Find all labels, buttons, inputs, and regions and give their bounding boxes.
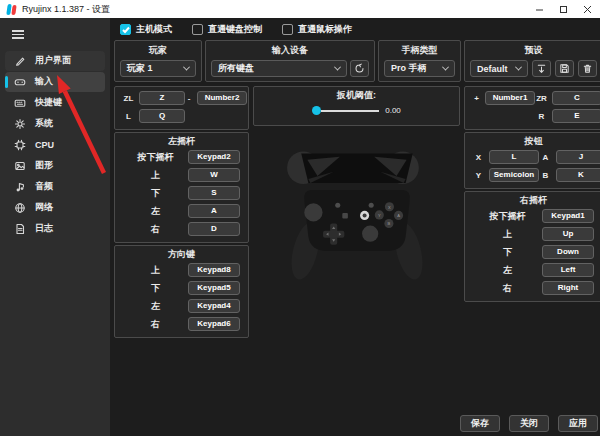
mouse-passthrough-checkbox[interactable]: 直通鼠标操作: [282, 23, 352, 36]
left-label: 左: [473, 264, 542, 277]
input-device-select-value: 所有键盘: [218, 62, 254, 75]
minimize-button[interactable]: [534, 4, 544, 14]
zl-binding-button[interactable]: Z: [139, 91, 185, 105]
trash-icon: [582, 63, 593, 74]
right-stick-left-binding[interactable]: Left: [542, 263, 594, 277]
delete-profile-button[interactable]: [578, 60, 597, 77]
r-label: R: [535, 112, 548, 121]
sidebar-item-network[interactable]: 网络: [5, 198, 105, 218]
plus-binding-button[interactable]: Number1: [485, 91, 535, 105]
b-binding-button[interactable]: K: [556, 168, 600, 182]
right-shoulder-box: + Number1 ZR C R E: [464, 86, 600, 130]
sidebar-item-label: 用户界面: [35, 54, 71, 67]
left-stick-press-binding[interactable]: Keypad2: [188, 150, 240, 164]
sidebar-item-user-interface[interactable]: 用户界面: [5, 51, 105, 71]
sidebar-item-cpu[interactable]: CPU: [5, 135, 105, 155]
r-binding-button[interactable]: E: [552, 109, 600, 123]
player-select[interactable]: 玩家 1: [120, 60, 196, 77]
trigger-threshold-box: 扳机阈值: 0.00: [253, 86, 460, 126]
slider-track[interactable]: [321, 110, 379, 112]
chevron-down-icon: [183, 64, 190, 71]
left-stick-down-binding[interactable]: S: [188, 186, 240, 200]
zr-binding-button[interactable]: C: [552, 91, 600, 105]
footer-actions: 保存 关闭 应用: [460, 415, 598, 432]
sidebar-item-audio[interactable]: 音频: [5, 177, 105, 197]
dpad-box: 方向键 上Keypad8 下Keypad5 左Keypad4 右Keypad6: [114, 245, 249, 338]
cpu-chip-icon: [14, 139, 26, 151]
sidebar-item-label: 网络: [35, 201, 53, 214]
right-stick-up-binding[interactable]: Up: [542, 227, 594, 241]
up-label: 上: [473, 228, 542, 241]
chevron-down-icon: [334, 64, 341, 71]
left-stick-title: 左摇杆: [119, 135, 244, 148]
dpad-down-binding[interactable]: Keypad5: [188, 281, 240, 295]
menu-toggle-button[interactable]: [4, 23, 106, 50]
sidebar-item-label: CPU: [35, 140, 54, 150]
checkbox-label: 主机模式: [136, 23, 172, 36]
down-label: 下: [123, 187, 188, 200]
keyboard-passthrough-checkbox[interactable]: 直通键盘控制: [192, 23, 262, 36]
sidebar-item-hotkeys[interactable]: 快捷键: [5, 93, 105, 113]
plus-label: +: [472, 94, 481, 103]
refresh-devices-button[interactable]: [350, 60, 369, 77]
apply-button[interactable]: 应用: [558, 415, 598, 432]
floppy-save-icon: [559, 63, 570, 74]
dpad-up-binding[interactable]: Keypad8: [188, 263, 240, 277]
left-label: 左: [123, 205, 188, 218]
right-stick-press-binding[interactable]: Keypad1: [542, 209, 594, 223]
l-label: L: [122, 112, 135, 121]
sidebar-item-system[interactable]: 系统: [5, 114, 105, 134]
close-button-footer[interactable]: 关闭: [509, 415, 549, 432]
chevron-down-icon: [442, 64, 449, 71]
load-profile-button[interactable]: [532, 60, 551, 77]
player-select-value: 玩家 1: [127, 62, 153, 75]
up-label: 上: [123, 169, 188, 182]
right-stick-right-binding[interactable]: Right: [542, 281, 594, 295]
save-button[interactable]: 保存: [460, 415, 500, 432]
dpad-left-binding[interactable]: Keypad4: [188, 299, 240, 313]
controller-type-select[interactable]: Pro 手柄: [384, 60, 455, 77]
left-stick-right-binding[interactable]: D: [188, 222, 240, 236]
input-settings-panel: 主机模式 直通键盘控制 直通鼠标操作 玩家 玩家 1: [110, 18, 600, 436]
sidebar-item-logging[interactable]: 日志: [5, 219, 105, 239]
zr-label: ZR: [535, 94, 548, 103]
right-stick-down-binding[interactable]: Down: [542, 245, 594, 259]
a-binding-button[interactable]: J: [556, 150, 600, 164]
x-binding-button[interactable]: L: [489, 150, 539, 164]
svg-text:Y: Y: [377, 213, 380, 218]
dpad-right-binding[interactable]: Keypad6: [188, 317, 240, 331]
checkbox-unchecked-icon: [282, 24, 293, 35]
l-binding-button[interactable]: Q: [139, 109, 185, 123]
profile-select-value: Default: [477, 64, 508, 74]
checkbox-label: 直通键盘控制: [208, 23, 262, 36]
input-device-select[interactable]: 所有键盘: [211, 60, 347, 77]
sidebar-item-input[interactable]: 输入: [5, 72, 105, 92]
load-profile-icon: [536, 63, 547, 74]
up-label: 上: [123, 264, 188, 277]
maximize-button[interactable]: [558, 4, 568, 14]
right-stick-box: 右摇杆 按下摇杆Keypad1 上Up 下Down 左Left 右Right: [464, 191, 600, 302]
checkbox-unchecked-icon: [192, 24, 203, 35]
input-device-groupbox: 输入设备 所有键盘: [205, 40, 375, 82]
y-binding-button[interactable]: Semicolon: [489, 168, 539, 182]
minus-binding-button[interactable]: Number2: [197, 91, 247, 105]
right-label: 右: [123, 318, 188, 331]
user-interface-icon: [14, 55, 26, 67]
slider-thumb[interactable]: [312, 106, 321, 115]
close-button[interactable]: [582, 4, 592, 14]
profile-select[interactable]: Default: [470, 60, 528, 77]
keyboard-icon: [14, 97, 26, 109]
controller-type-groupbox: 手柄类型 Pro 手柄: [378, 40, 461, 82]
sidebar-item-label: 音频: [35, 180, 53, 193]
left-stick-up-binding[interactable]: W: [188, 168, 240, 182]
minus-label: -: [185, 94, 193, 103]
sidebar-item-graphics[interactable]: 图形: [5, 156, 105, 176]
trigger-threshold-label: 扳机阈值:: [258, 89, 455, 102]
save-profile-button[interactable]: [555, 60, 574, 77]
svg-text:A: A: [397, 213, 400, 218]
left-stick-left-binding[interactable]: A: [188, 204, 240, 218]
sidebar-item-label: 图形: [35, 159, 53, 172]
face-buttons-box: 按钮 X L A J: [464, 132, 600, 189]
checkbox-checked-icon: [120, 24, 131, 35]
docked-mode-checkbox[interactable]: 主机模式: [120, 23, 172, 36]
